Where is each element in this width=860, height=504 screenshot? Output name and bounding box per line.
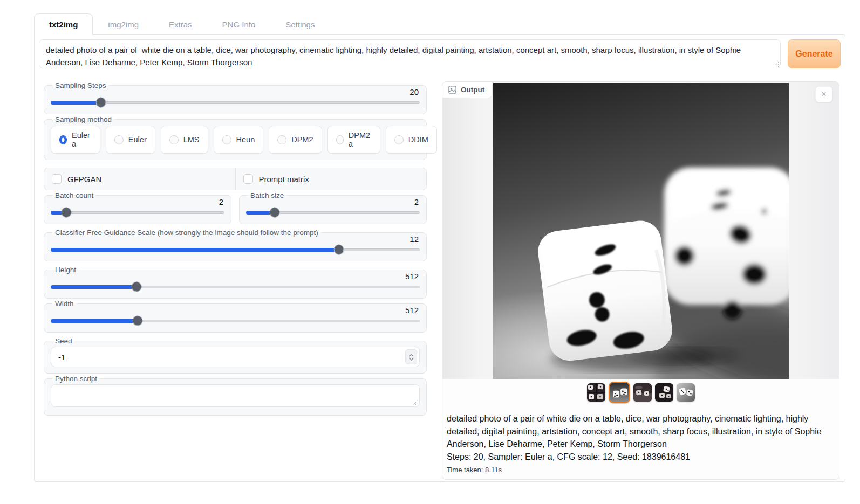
resize-handle-icon[interactable]: [412, 398, 418, 408]
output-header-label: Output: [461, 86, 484, 94]
radio-euler[interactable]: Euler: [106, 126, 155, 154]
slider-thumb[interactable]: [61, 208, 71, 218]
batch-size-slider[interactable]: [246, 207, 420, 218]
width-label: Width: [52, 300, 77, 308]
radio-label: LMS: [183, 135, 200, 144]
slider-thumb[interactable]: [270, 208, 280, 218]
radio-label: Euler: [128, 135, 147, 144]
tab-extras[interactable]: Extras: [154, 13, 207, 35]
thumbnail-gallery: [442, 379, 839, 406]
cfg-scale-label: Classifier Free Guidance Scale (how stro…: [52, 229, 321, 237]
batch-row: Batch count 2 Batch size 2: [44, 191, 427, 224]
output-header-chip: Output: [442, 82, 493, 98]
generate-button[interactable]: Generate: [788, 39, 841, 68]
radio-dot-icon: [277, 135, 286, 144]
thumbnail-two-dice-tilted-light[interactable]: [677, 383, 695, 402]
sampling-method-options: Euler a Euler LMS Heun: [51, 126, 420, 154]
seed-field-wrap: [51, 347, 420, 367]
width-group: Width 512: [44, 300, 427, 333]
python-script-input[interactable]: [51, 384, 420, 407]
prompt-matrix-checkbox[interactable]: [243, 174, 253, 184]
slider-thumb[interactable]: [132, 316, 142, 326]
width-value: 512: [51, 306, 420, 315]
slider-fill: [51, 101, 101, 105]
slider-thumb[interactable]: [132, 282, 142, 292]
seed-group: Seed: [44, 337, 427, 374]
thumbnail-dice-on-table-scene[interactable]: [633, 383, 652, 402]
options-panel: GFPGAN Prompt matrix: [44, 168, 427, 190]
output-panel: Output ×: [442, 81, 839, 480]
prompt-matrix-label: Prompt matrix: [259, 175, 309, 184]
time-taken: Time taken: 8.11s: [447, 465, 834, 475]
tab-txt2img[interactable]: txt2img: [34, 13, 93, 35]
slider-track[interactable]: [51, 211, 224, 214]
gfpgan-label: GFPGAN: [67, 175, 101, 184]
radio-euler-a[interactable]: Euler a: [51, 126, 100, 154]
tab-img2img[interactable]: img2img: [93, 13, 154, 35]
python-script-group: Python script: [44, 375, 427, 416]
python-script-wrap: [51, 384, 420, 409]
caption-prompt: detailed photo of a pair of white die on…: [447, 412, 834, 451]
seed-input[interactable]: [51, 347, 420, 367]
slider-fill: [51, 319, 138, 323]
tab-png-info[interactable]: PNG Info: [207, 13, 271, 35]
sampling-steps-group: Sampling Steps 20: [44, 81, 427, 114]
chevron-up-icon: [409, 354, 414, 357]
radio-dpm2[interactable]: DPM2: [269, 126, 322, 154]
cfg-scale-group: Classifier Free Guidance Scale (how stro…: [44, 229, 427, 261]
width-slider[interactable]: [51, 315, 420, 326]
sampling-method-label: Sampling method: [52, 115, 114, 123]
radio-label: Heun: [236, 135, 255, 144]
tab-bar: txt2img img2img Extras PNG Info Settings: [34, 11, 845, 34]
radio-dot-icon: [169, 135, 179, 144]
prompt-input[interactable]: detailed photo of a pair of white die on…: [39, 39, 781, 68]
radio-dpm2-a[interactable]: DPM2 a: [327, 126, 380, 154]
settings-column: Sampling Steps 20 Sampling method Euler …: [44, 81, 427, 480]
radio-ddim[interactable]: DDIM: [386, 126, 437, 154]
app-window: txt2img img2img Extras PNG Info Settings…: [34, 11, 845, 482]
radio-heun[interactable]: Heun: [214, 126, 264, 154]
slider-thumb[interactable]: [96, 98, 106, 108]
cfg-scale-slider[interactable]: [51, 244, 420, 255]
image-icon: [448, 86, 456, 94]
caption-params: Steps: 20, Sampler: Euler a, CFG scale: …: [447, 451, 834, 464]
slider-thumb[interactable]: [333, 245, 344, 255]
radio-lms[interactable]: LMS: [161, 126, 208, 154]
thumbnail-two-dice-closeup[interactable]: [609, 382, 630, 403]
height-label: Height: [52, 266, 79, 274]
batch-count-slider[interactable]: [51, 207, 224, 218]
close-icon[interactable]: ×: [815, 86, 832, 102]
gfpgan-option[interactable]: GFPGAN: [44, 168, 235, 190]
thumbnail-dice-cluster-dark[interactable]: [655, 383, 673, 402]
radio-dot-icon: [394, 135, 404, 144]
generated-image[interactable]: [493, 83, 789, 379]
slider-fill: [51, 285, 136, 289]
resize-handle-icon[interactable]: [773, 59, 779, 69]
seed-spinner[interactable]: [405, 349, 417, 364]
height-value: 512: [51, 272, 420, 281]
radio-dot-icon: [59, 135, 67, 144]
seed-label: Seed: [52, 337, 75, 345]
radio-label: DPM2 a: [349, 131, 372, 148]
batch-count-group: Batch count 2: [44, 191, 231, 224]
chevron-down-icon: [409, 357, 414, 361]
height-slider[interactable]: [51, 281, 420, 292]
batch-size-group: Batch size 2: [239, 191, 427, 224]
sampling-method-group: Sampling method Euler a Euler LMS: [44, 115, 427, 160]
radio-dot-icon: [336, 135, 344, 144]
tab-settings[interactable]: Settings: [270, 13, 330, 35]
python-script-label: Python script: [52, 375, 100, 383]
radio-label: DPM2: [291, 135, 313, 144]
radio-dot-icon: [222, 135, 231, 144]
height-group: Height 512: [44, 266, 427, 299]
sampling-steps-slider[interactable]: [51, 97, 420, 108]
sampling-steps-label: Sampling Steps: [52, 81, 109, 89]
gfpgan-checkbox[interactable]: [52, 174, 62, 184]
radio-label: Euler a: [72, 131, 92, 148]
prompt-matrix-option[interactable]: Prompt matrix: [235, 168, 427, 190]
slider-track[interactable]: [51, 101, 420, 104]
thumbnail-grid-of-four-dice[interactable]: [587, 383, 605, 402]
txt2img-panel: detailed photo of a pair of white die on…: [34, 34, 845, 482]
output-column: Output ×: [442, 81, 839, 480]
prompt-field-wrap: detailed photo of a pair of white die on…: [39, 39, 781, 71]
